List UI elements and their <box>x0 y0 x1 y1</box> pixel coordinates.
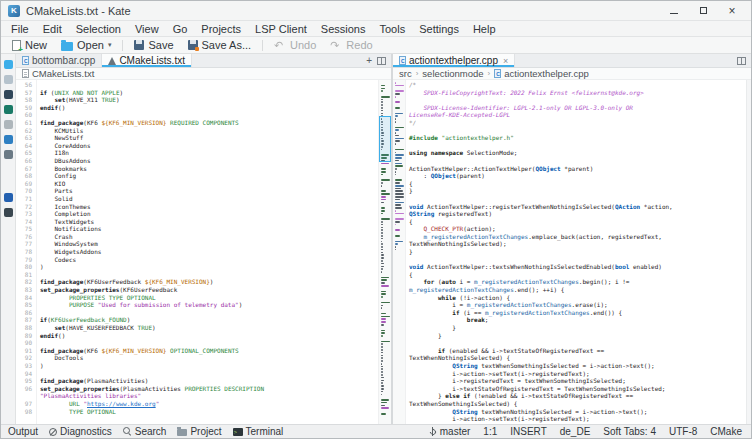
line-number: 88 <box>16 324 32 332</box>
status-label: Soft Tabs: 4 <box>603 426 656 437</box>
build-output-tool-button[interactable] <box>1 190 15 205</box>
right-minimap-scrollbar[interactable] <box>393 80 406 424</box>
build-output-tool-icon <box>4 193 13 202</box>
minimap-line <box>381 335 383 337</box>
open-button[interactable]: Open▾ <box>55 38 117 53</box>
code-line: URL "https://www.kde.org" <box>40 400 378 408</box>
code-line: "PlasmaActivities libraries" <box>40 392 378 400</box>
search-replace-tool-button[interactable] <box>1 117 15 132</box>
filesystem-browser-tool-button[interactable] <box>1 72 15 87</box>
tab-bottombar-cpp[interactable]: bottombar.cpp <box>16 54 102 67</box>
panel-button-diagnostics[interactable]: Diagnostics <box>49 426 112 437</box>
close-tab-icon[interactable]: × <box>503 56 508 66</box>
projects-side-tool-button[interactable] <box>1 132 15 147</box>
save-icon <box>134 40 144 50</box>
panel-button-search[interactable]: Search <box>123 426 167 437</box>
left-code-area[interactable]: if (UNIX AND NOT APPLE) set(HAVE_X11 TRU… <box>37 80 378 424</box>
save-as-button[interactable]: Save As... <box>182 38 258 53</box>
breadcrumb-actiontexthelper-cpp[interactable]: actiontexthelper.cpp <box>494 68 589 79</box>
code-line: Crash <box>40 233 378 241</box>
status-label: INSERT <box>510 426 547 437</box>
code-line: ) <box>40 362 378 370</box>
menu-sessions[interactable]: Sessions <box>314 21 373 37</box>
status-1-1[interactable]: 1:1 <box>483 426 497 437</box>
minimap-line <box>381 101 383 103</box>
code-line: find_package(KF6 ${KF6_MIN_VERSION} REQU… <box>40 119 378 127</box>
breadcrumb-selectionmode[interactable]: selectionmode <box>422 68 483 79</box>
menu-go[interactable]: Go <box>166 21 195 37</box>
status-utf-8[interactable]: UTF-8 <box>669 426 697 437</box>
terminal-side-tool-button[interactable] <box>1 102 15 117</box>
filesystem-browser-tool-icon <box>4 75 13 84</box>
undo-button[interactable]: Undo <box>268 38 322 53</box>
menu-view[interactable]: View <box>128 21 166 37</box>
minimap-line <box>381 305 383 307</box>
minimap-line <box>381 229 383 231</box>
menu-tools[interactable]: Tools <box>372 21 412 37</box>
redo-button[interactable]: Redo <box>324 38 378 53</box>
line-number: 77 <box>16 240 32 248</box>
right-code-area[interactable]: /* SPDX-FileCopyrightText: 2022 Felix Er… <box>406 80 746 424</box>
minimap-line <box>381 388 384 390</box>
breadcrumb-cmakelists-txt[interactable]: CMakeLists.txt <box>22 68 94 79</box>
minimap-line <box>395 138 404 140</box>
minimap-line <box>395 185 404 187</box>
code-line: Bookmarks <box>40 165 378 173</box>
right-scrollbar[interactable] <box>746 80 751 424</box>
documents-tool-button[interactable] <box>1 57 15 72</box>
menu-help[interactable]: Help <box>466 21 503 37</box>
code-line: CoreAddons <box>40 142 378 150</box>
plus-icon-button[interactable] <box>366 55 372 66</box>
minimap-line <box>381 377 384 379</box>
minimap-line <box>395 96 396 98</box>
code-line: Codecs <box>40 256 378 264</box>
menu-settings[interactable]: Settings <box>412 21 466 37</box>
panel-button-terminal[interactable]: Terminal <box>233 426 284 437</box>
code-line: set(HAVE_X11 TRUE) <box>40 96 378 104</box>
status-insert[interactable]: INSERT <box>510 426 547 437</box>
breadcrumb-src[interactable]: src <box>399 68 412 79</box>
minimap-line <box>381 104 383 106</box>
code-line: set(HAVE_KUSERFEEDBACK TRUE) <box>40 324 378 332</box>
left-minimap-scrollbar[interactable] <box>378 80 391 424</box>
panel-label: Terminal <box>246 426 284 437</box>
minimap-line <box>395 246 396 248</box>
save-button[interactable]: Save <box>128 38 179 53</box>
menubar: FileEditSelectionViewGoProjectsLSP Clien… <box>1 21 751 37</box>
line-number: 76 <box>16 233 32 241</box>
line-number: 84 <box>16 294 32 302</box>
tab-actiontexthelper-cpp[interactable]: actiontexthelper.cpp× <box>393 54 515 67</box>
code-line <box>40 81 378 89</box>
menu-edit[interactable]: Edit <box>36 21 69 37</box>
status-de-de[interactable]: de_DE <box>560 426 591 437</box>
minimap-view-indicator[interactable] <box>379 116 391 162</box>
split-view-icon-button[interactable] <box>737 57 746 65</box>
code-line: IconThemes <box>40 203 378 211</box>
panel-button-project[interactable]: Project <box>177 426 221 437</box>
panel-button-output[interactable]: Output <box>8 426 38 437</box>
minimap-line <box>381 293 386 295</box>
status-soft-tabs-4[interactable]: Soft Tabs: 4 <box>603 426 656 437</box>
status-master[interactable]: master <box>429 426 471 437</box>
save-as-label: Save As... <box>202 39 252 51</box>
maximize-button[interactable] <box>697 5 709 17</box>
open-label: Open <box>77 39 104 51</box>
menu-lsp-client[interactable]: LSP Client <box>248 21 314 37</box>
minimap-line <box>381 107 383 109</box>
status-cmake[interactable]: CMake <box>710 426 742 437</box>
minimap-line <box>381 355 383 357</box>
split-view-icon-button[interactable] <box>377 57 386 65</box>
menu-selection[interactable]: Selection <box>69 21 128 37</box>
new-button[interactable]: New <box>6 38 53 53</box>
tab-cmakelists-txt[interactable]: CMakeLists.txt <box>102 54 192 67</box>
menu-file[interactable]: File <box>4 21 36 37</box>
bookmarks-tool-button[interactable] <box>1 87 15 102</box>
menu-projects[interactable]: Projects <box>194 21 248 37</box>
snippets-tool-button[interactable] <box>1 147 15 162</box>
minimize-button[interactable] <box>668 5 680 17</box>
external-tools-tool-button[interactable] <box>1 205 15 220</box>
minimap-line <box>381 410 389 412</box>
close-window-button[interactable]: × <box>726 5 738 17</box>
line-number: 60 <box>16 111 32 119</box>
kate-window: CMakeLists.txt - Kate × FileEditSelectio… <box>0 0 752 439</box>
